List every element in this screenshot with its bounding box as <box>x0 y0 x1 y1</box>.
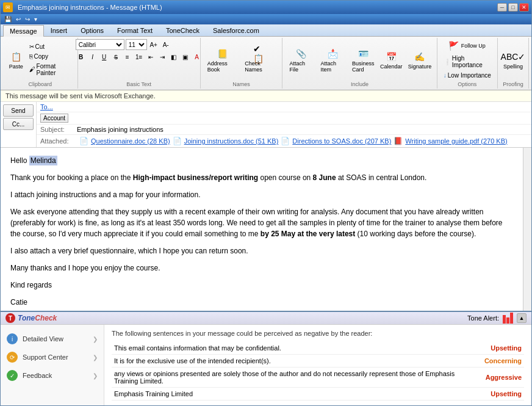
email-scroll[interactable]: Hello Melinda Thank you for booking a pl… <box>1 148 523 311</box>
high-importance-button[interactable]: ❕ High Importance <box>441 54 494 70</box>
font-select[interactable]: Calibri <box>76 39 124 50</box>
send-area: Send Cc... <box>1 102 36 147</box>
sentence-1: It is for the exclusive use of the inten… <box>112 355 482 368</box>
shrink-font-btn[interactable]: A- <box>160 39 171 50</box>
address-book-button[interactable]: 📒 Address Book <box>204 45 241 74</box>
sig-name-1: Catie <box>10 297 513 308</box>
tab-message[interactable]: Message <box>3 25 44 37</box>
greeting-text: Hello <box>10 156 29 165</box>
low-importance-button[interactable]: ↓ Low Importance <box>441 71 494 80</box>
feedback-chevron: ❯ <box>93 372 98 379</box>
minimize-btn[interactable]: ─ <box>497 3 507 12</box>
clipboard-buttons: 📋 Paste ✂ Cut ⎘ Copy 🖌 <box>7 39 74 80</box>
tab-salesforce[interactable]: Salesforce.com <box>206 24 266 36</box>
tone-bar-2 <box>506 317 509 324</box>
attachment-icon-1: 📄 <box>173 137 182 145</box>
subject-input[interactable] <box>77 126 528 133</box>
business-card-button[interactable]: 🪪 BusinessCard <box>350 45 376 74</box>
attachment-3[interactable]: Writing sample guide.pdf (270 KB) <box>405 137 507 145</box>
align-center-btn[interactable]: ▣ <box>180 51 191 62</box>
sidebar-item-detailed-view[interactable]: i Detailed View ❯ <box>1 330 104 348</box>
paragraph-2: I attach joining instructions and a map … <box>10 189 513 200</box>
subject-row: Subject: <box>37 125 531 135</box>
qat-more[interactable]: ▾ <box>33 15 38 23</box>
cc-button[interactable]: Cc... <box>3 118 34 130</box>
calendar-icon: 📅 <box>384 50 398 63</box>
attachment-2[interactable]: Directions to SOAS.doc (207 KB) <box>292 137 391 145</box>
attach-file-icon: 📎 <box>294 47 307 60</box>
send-button[interactable]: Send <box>3 104 34 117</box>
main-window: ✉ Emphasis joining instructions - Messag… <box>0 0 532 406</box>
attach-file-button[interactable]: 📎 Attach File <box>286 45 315 74</box>
maximize-btn[interactable]: □ <box>508 3 518 12</box>
tone-alert-label: Tone Alert: <box>467 314 499 322</box>
format-painter-button[interactable]: 🖌 Format Painter <box>27 62 74 78</box>
tonecheck-collapse-btn[interactable]: ▲ <box>517 313 527 323</box>
include-group: 📎 Attach File 📩 Attach Item 🪪 BusinessCa… <box>282 38 437 89</box>
copy-button[interactable]: ⎘ Copy <box>27 52 74 61</box>
names-group: 📒 Address Book ✔📋 Check Names Names <box>201 38 283 89</box>
basic-text-controls: Calibri 11 A+ A- B I U S̶ ≡ 1 <box>76 39 203 80</box>
tab-options[interactable]: Options <box>74 24 110 36</box>
basic-text-group: Calibri 11 A+ A- B I U S̶ ≡ 1 <box>78 38 201 89</box>
tonecheck-panel: i Detailed View ❯ ⟳ Support Center ❯ ✓ F… <box>1 324 531 405</box>
app-icon: ✉ <box>3 2 13 12</box>
recipient-name: Melinda <box>29 156 57 165</box>
ribbon: Message Insert Options Format Text ToneC… <box>1 24 531 90</box>
bullets-btn[interactable]: ≡ <box>122 51 133 62</box>
table-row: Emphasis Training Limited Upsetting <box>112 388 524 401</box>
account-row: Account <box>37 112 531 125</box>
scroll-track[interactable] <box>523 148 531 311</box>
decrease-indent-btn[interactable]: ⇤ <box>145 51 156 62</box>
header-fields: To... Account Subject: Attached: 📄 Que <box>36 102 531 147</box>
sidebar-item-feedback[interactable]: ✓ Feedback ❯ <box>1 366 104 385</box>
paste-button[interactable]: 📋 Paste <box>7 48 26 71</box>
attachment-0[interactable]: Questionnaire.doc (28 KB) <box>91 137 170 145</box>
underline-btn[interactable]: U <box>99 51 110 62</box>
tab-tonecheck[interactable]: ToneCheck <box>159 24 206 36</box>
signature-button[interactable]: ✍ Signature <box>406 48 433 71</box>
tonecheck-intro: The following sentences in your message … <box>112 330 524 337</box>
qat-redo[interactable]: ↪ <box>24 15 31 23</box>
account-button[interactable]: Account <box>40 114 68 123</box>
ribbon-tabs: Message Insert Options Format Text ToneC… <box>1 24 531 37</box>
bold-btn[interactable]: B <box>76 51 87 62</box>
increase-indent-btn[interactable]: ⇥ <box>157 51 168 62</box>
spelling-button[interactable]: ABC✓ Spelling <box>500 48 526 71</box>
italic-btn[interactable]: I <box>87 51 98 62</box>
sidebar-item-support-center[interactable]: ⟳ Support Center ❯ <box>1 348 104 366</box>
tonecheck-icon: T <box>5 313 15 323</box>
tab-format-text[interactable]: Format Text <box>110 24 159 36</box>
grow-font-btn[interactable]: A+ <box>148 39 159 50</box>
font-size-select[interactable]: 11 <box>126 39 147 50</box>
severity-2: Aggressive <box>482 368 524 388</box>
follow-up-button[interactable]: 🚩 Follow Up <box>446 39 489 53</box>
to-label[interactable]: To... <box>40 103 77 111</box>
close-btn[interactable]: ✕ <box>519 3 529 12</box>
calendar-button[interactable]: 📅 Calendar <box>378 48 404 71</box>
attach-item-button[interactable]: 📩 Attach Item <box>318 45 348 74</box>
paragraph-5: Many thanks and I hope you enjoy the cou… <box>10 263 513 274</box>
exchange-notice: This message will be sent via Microsoft … <box>1 90 531 102</box>
qat-undo[interactable]: ↩ <box>15 15 22 23</box>
account-input[interactable] <box>77 115 528 122</box>
check-names-button[interactable]: ✔📋 Check Names <box>242 45 278 74</box>
tone-bars <box>503 313 513 324</box>
high-importance-icon: ❕ <box>444 59 451 65</box>
follow-up-icon: 🚩 <box>449 41 459 51</box>
severity-1: Concerning <box>482 355 524 368</box>
to-input[interactable] <box>77 103 528 111</box>
numbered-list-btn[interactable]: 1≡ <box>134 51 145 62</box>
attached-label: Attached: <box>40 137 77 145</box>
tone-bar-3 <box>510 313 513 324</box>
cut-button[interactable]: ✂ Cut <box>27 42 74 51</box>
sentence-3: Emphasis Training Limited <box>112 388 482 401</box>
strikethrough-btn[interactable]: S̶ <box>110 51 121 62</box>
tab-insert[interactable]: Insert <box>44 24 74 36</box>
qat-save[interactable]: 💾 <box>3 15 13 23</box>
attachment-1[interactable]: Joining instructions.doc (51 KB) <box>184 137 279 145</box>
align-left-btn[interactable]: ◧ <box>168 51 179 62</box>
signature-icon: ✍ <box>413 50 426 63</box>
signature: Catie Catie Holdridge Operations Coordin… <box>10 297 513 311</box>
tonecheck-logo: T ToneCheck <box>5 313 57 323</box>
